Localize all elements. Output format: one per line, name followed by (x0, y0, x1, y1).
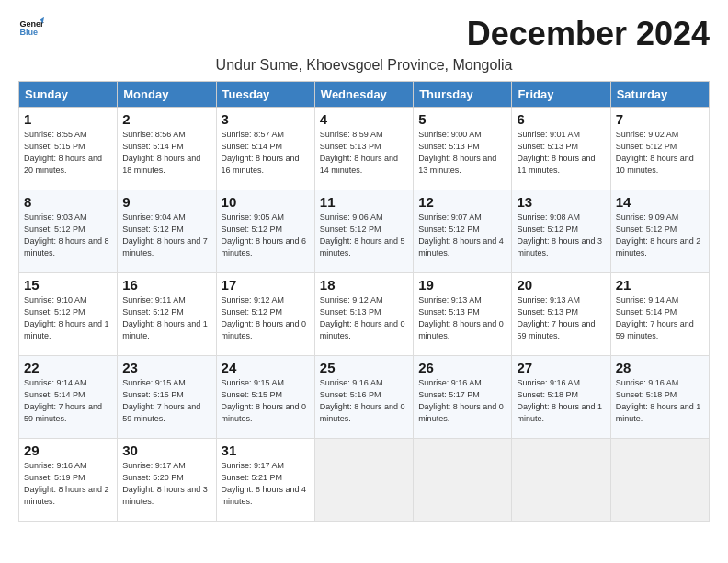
day-info: Sunrise: 9:12 AMSunset: 5:12 PMDaylight:… (222, 295, 307, 340)
weekday-header-friday: Friday (512, 82, 610, 108)
calendar-table: SundayMondayTuesdayWednesdayThursdayFrid… (18, 81, 710, 522)
weekday-header-monday: Monday (118, 82, 216, 108)
calendar-week-row: 15Sunrise: 9:10 AMSunset: 5:12 PMDayligh… (19, 273, 710, 356)
day-info: Sunrise: 9:10 AMSunset: 5:12 PMDaylight:… (24, 295, 109, 340)
day-info: Sunrise: 9:16 AMSunset: 5:18 PMDaylight:… (616, 378, 701, 423)
day-number: 8 (24, 194, 112, 210)
day-number: 27 (517, 360, 605, 375)
day-number: 19 (418, 277, 506, 293)
day-info: Sunrise: 9:11 AMSunset: 5:12 PMDaylight:… (122, 295, 208, 340)
day-info: Sunrise: 9:17 AMSunset: 5:21 PMDaylight:… (222, 461, 307, 506)
weekday-header-sunday: Sunday (19, 82, 118, 108)
day-number: 17 (222, 277, 310, 293)
day-info: Sunrise: 9:16 AMSunset: 5:19 PMDaylight:… (24, 461, 109, 506)
day-info: Sunrise: 9:03 AMSunset: 5:12 PMDaylight:… (24, 213, 109, 258)
day-info: Sunrise: 8:55 AMSunset: 5:15 PMDaylight:… (24, 130, 102, 175)
weekday-header-saturday: Saturday (610, 82, 709, 108)
calendar-cell: 9Sunrise: 9:04 AMSunset: 5:12 PMDaylight… (118, 190, 216, 273)
day-number: 20 (517, 277, 605, 293)
day-number: 13 (517, 194, 605, 210)
day-number: 9 (122, 194, 210, 210)
day-number: 14 (616, 194, 704, 210)
day-info: Sunrise: 9:08 AMSunset: 5:12 PMDaylight:… (517, 213, 602, 258)
day-number: 28 (616, 360, 704, 375)
calendar-cell: 14Sunrise: 9:09 AMSunset: 5:12 PMDayligh… (610, 190, 709, 273)
logo: General Blue (18, 15, 44, 40)
day-number: 15 (24, 277, 112, 293)
day-info: Sunrise: 9:13 AMSunset: 5:13 PMDaylight:… (517, 295, 595, 340)
day-number: 26 (418, 360, 506, 375)
day-number: 30 (122, 442, 210, 458)
weekday-header-thursday: Thursday (414, 82, 512, 108)
calendar-cell: 12Sunrise: 9:07 AMSunset: 5:12 PMDayligh… (414, 190, 512, 273)
day-number: 10 (222, 194, 310, 210)
svg-text:Blue: Blue (19, 28, 38, 37)
day-info: Sunrise: 8:56 AMSunset: 5:14 PMDaylight:… (122, 130, 200, 175)
location-title: Undur Sume, Khoevsgoel Province, Mongoli… (18, 57, 710, 74)
calendar-cell: 15Sunrise: 9:10 AMSunset: 5:12 PMDayligh… (19, 273, 118, 356)
month-title: December 2024 (467, 15, 710, 53)
day-info: Sunrise: 9:09 AMSunset: 5:12 PMDaylight:… (616, 213, 701, 258)
day-number: 7 (616, 111, 704, 127)
day-number: 18 (320, 277, 408, 293)
day-info: Sunrise: 9:15 AMSunset: 5:15 PMDaylight:… (222, 378, 307, 423)
calendar-cell: 7Sunrise: 9:02 AMSunset: 5:12 PMDaylight… (610, 108, 709, 190)
calendar-cell: 31Sunrise: 9:17 AMSunset: 5:21 PMDayligh… (216, 439, 314, 522)
weekday-header-tuesday: Tuesday (216, 82, 314, 108)
calendar-cell: 30Sunrise: 9:17 AMSunset: 5:20 PMDayligh… (118, 439, 216, 522)
calendar-week-row: 29Sunrise: 9:16 AMSunset: 5:19 PMDayligh… (19, 439, 710, 522)
calendar-cell: 16Sunrise: 9:11 AMSunset: 5:12 PMDayligh… (118, 273, 216, 356)
day-info: Sunrise: 9:02 AMSunset: 5:12 PMDaylight:… (616, 130, 694, 175)
calendar-cell: 26Sunrise: 9:16 AMSunset: 5:17 PMDayligh… (414, 356, 512, 439)
calendar-cell (314, 439, 413, 522)
day-info: Sunrise: 9:04 AMSunset: 5:12 PMDaylight:… (122, 213, 208, 258)
calendar-cell: 28Sunrise: 9:16 AMSunset: 5:18 PMDayligh… (610, 356, 709, 439)
day-number: 22 (24, 360, 112, 375)
day-info: Sunrise: 9:14 AMSunset: 5:14 PMDaylight:… (616, 295, 694, 340)
calendar-cell: 19Sunrise: 9:13 AMSunset: 5:13 PMDayligh… (414, 273, 512, 356)
day-number: 16 (122, 277, 210, 293)
day-info: Sunrise: 8:57 AMSunset: 5:14 PMDaylight:… (222, 130, 300, 175)
day-number: 2 (122, 111, 210, 127)
day-number: 29 (24, 442, 112, 458)
day-number: 25 (320, 360, 408, 375)
day-number: 23 (122, 360, 210, 375)
header: General Blue December 2024 (18, 15, 710, 53)
day-info: Sunrise: 9:06 AMSunset: 5:12 PMDaylight:… (320, 213, 405, 258)
day-info: Sunrise: 9:00 AMSunset: 5:13 PMDaylight:… (418, 130, 496, 175)
calendar-cell: 6Sunrise: 9:01 AMSunset: 5:13 PMDaylight… (512, 108, 610, 190)
day-number: 1 (24, 111, 112, 127)
calendar-cell: 24Sunrise: 9:15 AMSunset: 5:15 PMDayligh… (216, 356, 314, 439)
calendar-cell: 20Sunrise: 9:13 AMSunset: 5:13 PMDayligh… (512, 273, 610, 356)
day-number: 3 (222, 111, 310, 127)
calendar-cell: 2Sunrise: 8:56 AMSunset: 5:14 PMDaylight… (118, 108, 216, 190)
calendar-cell (610, 439, 709, 522)
day-info: Sunrise: 9:13 AMSunset: 5:13 PMDaylight:… (418, 295, 504, 340)
day-info: Sunrise: 9:07 AMSunset: 5:12 PMDaylight:… (418, 213, 504, 258)
svg-text:General: General (19, 19, 44, 29)
day-number: 12 (418, 194, 506, 210)
day-info: Sunrise: 9:12 AMSunset: 5:13 PMDaylight:… (320, 295, 405, 340)
calendar-cell (414, 439, 512, 522)
day-info: Sunrise: 9:16 AMSunset: 5:16 PMDaylight:… (320, 378, 405, 423)
day-info: Sunrise: 9:15 AMSunset: 5:15 PMDaylight:… (122, 378, 200, 423)
calendar-cell: 11Sunrise: 9:06 AMSunset: 5:12 PMDayligh… (314, 190, 413, 273)
calendar-cell: 22Sunrise: 9:14 AMSunset: 5:14 PMDayligh… (19, 356, 118, 439)
day-number: 24 (222, 360, 310, 375)
day-number: 5 (418, 111, 506, 127)
calendar-cell: 23Sunrise: 9:15 AMSunset: 5:15 PMDayligh… (118, 356, 216, 439)
calendar-cell: 27Sunrise: 9:16 AMSunset: 5:18 PMDayligh… (512, 356, 610, 439)
day-info: Sunrise: 9:01 AMSunset: 5:13 PMDaylight:… (517, 130, 595, 175)
calendar-cell: 4Sunrise: 8:59 AMSunset: 5:13 PMDaylight… (314, 108, 413, 190)
calendar-cell: 3Sunrise: 8:57 AMSunset: 5:14 PMDaylight… (216, 108, 314, 190)
calendar-week-row: 1Sunrise: 8:55 AMSunset: 5:15 PMDaylight… (19, 108, 710, 190)
day-info: Sunrise: 9:16 AMSunset: 5:17 PMDaylight:… (418, 378, 504, 423)
day-info: Sunrise: 8:59 AMSunset: 5:13 PMDaylight:… (320, 130, 398, 175)
day-info: Sunrise: 9:17 AMSunset: 5:20 PMDaylight:… (122, 461, 208, 506)
calendar-cell: 18Sunrise: 9:12 AMSunset: 5:13 PMDayligh… (314, 273, 413, 356)
calendar-cell: 8Sunrise: 9:03 AMSunset: 5:12 PMDaylight… (19, 190, 118, 273)
weekday-header-wednesday: Wednesday (314, 82, 413, 108)
day-number: 4 (320, 111, 408, 127)
calendar-cell: 29Sunrise: 9:16 AMSunset: 5:19 PMDayligh… (19, 439, 118, 522)
calendar-cell (512, 439, 610, 522)
